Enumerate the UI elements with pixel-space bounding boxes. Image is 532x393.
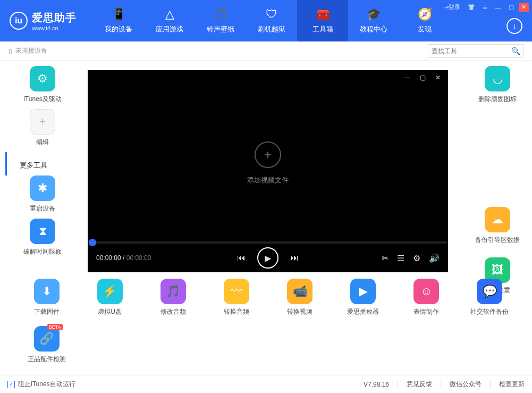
apps-icon: △ <box>165 7 174 21</box>
itunes-block-checkbox[interactable]: ✓ <box>7 381 15 388</box>
beta-badge: BETA <box>47 324 63 330</box>
nav-toolbox[interactable]: 🧰工具箱 <box>297 0 348 41</box>
tool-grid-item[interactable]: ▶爱思播放器 <box>347 279 379 316</box>
plus-icon: + <box>30 109 55 135</box>
tool-icon: 📹 <box>287 279 313 304</box>
tool-label: 爱思播放器 <box>347 307 379 316</box>
settings-button[interactable]: ☰ <box>480 3 491 12</box>
tool-itunes-driver[interactable]: ⚙ iTunes及驱动 <box>11 66 74 104</box>
phone-outline-icon: ▯ <box>9 47 12 55</box>
logo-icon: iu <box>10 12 28 30</box>
player-titlebar: — ▢ ✕ <box>88 70 448 85</box>
device-status: ▯ 未连接设备 <box>9 46 47 55</box>
cut-button[interactable]: ✂ <box>382 253 389 263</box>
tool-icon: 〰 <box>224 279 249 304</box>
check-update-link[interactable]: 检查更新 <box>499 380 525 389</box>
right-column: ◡ 删除顽固图标 ☁ 备份引导区数据 🖼 图片去重 <box>463 66 532 308</box>
tool-grid-item[interactable]: ☺表情制作 <box>413 279 439 316</box>
tool-icon: 🎵 <box>161 279 186 304</box>
gear-icon: ⚙ <box>30 66 55 91</box>
wechat-link[interactable]: 微信公众号 <box>450 380 482 389</box>
tool-icon: ⚡ <box>97 279 123 304</box>
tool-crack-timelimit[interactable]: ⧗ 破解时间限额 <box>11 219 74 256</box>
skin-button[interactable]: 👕 <box>465 3 478 12</box>
tool-backup-boot[interactable]: ☁ 备份引导区数据 <box>466 207 529 245</box>
logo[interactable]: iu 爱思助手 www.i4.cn <box>0 11 93 31</box>
player-body: + 添加视频文件 <box>88 85 448 241</box>
add-video-label: 添加视频文件 <box>247 175 289 185</box>
nav-apps[interactable]: △应用游戏 <box>144 0 195 41</box>
close-button[interactable]: ✕ <box>519 3 529 12</box>
tool-edit[interactable]: + 编辑 <box>11 109 74 147</box>
nav-my-device[interactable]: 📱我的设备 <box>93 0 144 41</box>
time-display: 00:00:00 / 00:00:00 <box>96 254 151 262</box>
main-nav: 📱我的设备 △应用游戏 🎵铃声壁纸 🛡刷机越狱 🧰工具箱 🎓教程中心 🧭发现 <box>93 0 450 41</box>
play-button[interactable]: ▶ <box>257 247 278 269</box>
feedback-link[interactable]: 意见反馈 <box>407 380 432 389</box>
nav-tutorials[interactable]: 🎓教程中心 <box>348 0 399 41</box>
delete-icon: ◡ <box>485 66 510 91</box>
logo-url: www.i4.cn <box>32 25 77 31</box>
tool-label: 表情制作 <box>413 307 439 316</box>
content: ⚙ iTunes及驱动 + 编辑 更多工具 ✱ 重启设备 ⧗ 破解时间限额 ◡ … <box>0 61 532 375</box>
prev-button[interactable]: ⏮ <box>237 253 246 263</box>
subbar: ▯ 未连接设备 🔍 <box>0 41 532 61</box>
tool-label: 下载固件 <box>34 307 60 316</box>
player-maximize[interactable]: ▢ <box>420 74 426 81</box>
tool-label: 正品配件检测 <box>28 355 66 364</box>
title-controls: ⇥ 登录 👕 ☰ — ▢ ✕ <box>441 2 529 12</box>
tool-label: 转换音频 <box>224 307 249 316</box>
tool-grid-item[interactable]: 📹转换视频 <box>287 279 313 316</box>
compass-icon: 🧭 <box>418 7 432 21</box>
shield-icon: 🛡 <box>266 7 277 21</box>
tool-grid: ⬇下载固件⚡虚拟U盘🎵修改音频〰转换音频📹转换视频▶爱思播放器☺表情制作💬社交软… <box>15 279 521 369</box>
search-input[interactable] <box>432 47 511 55</box>
volume-button[interactable]: 🔊 <box>429 253 440 263</box>
header: iu 爱思助手 www.i4.cn 📱我的设备 △应用游戏 🎵铃声壁纸 🛡刷机越… <box>0 0 532 41</box>
tool-label: 转换视频 <box>287 307 313 316</box>
backup-icon: ☁ <box>485 207 510 232</box>
version-label: V7.98.16 <box>364 381 389 388</box>
logo-title: 爱思助手 <box>32 11 77 25</box>
tool-icon: ⬇ <box>34 279 60 304</box>
tool-grid-item[interactable]: 🎵修改音频 <box>161 279 186 316</box>
restart-icon: ✱ <box>30 175 55 201</box>
maximize-button[interactable]: ▢ <box>506 3 517 12</box>
footer: ✓ 阻止iTunes自动运行 V7.98.16 意见反馈 微信公众号 检查更新 <box>0 375 532 393</box>
phone-icon: 📱 <box>112 7 126 21</box>
player-close[interactable]: ✕ <box>435 74 441 81</box>
tool-grid-item[interactable]: 💬社交软件备份 <box>470 279 509 316</box>
login-button[interactable]: ⇥ 登录 <box>441 2 463 12</box>
book-icon: 🎓 <box>367 7 381 21</box>
search-box[interactable]: 🔍 <box>428 44 523 58</box>
left-column: ⚙ iTunes及驱动 + 编辑 更多工具 ✱ 重启设备 ⧗ 破解时间限额 <box>0 61 85 262</box>
tool-icon: 💬 <box>477 279 502 304</box>
minimize-button[interactable]: — <box>493 3 504 12</box>
tool-restart-device[interactable]: ✱ 重启设备 <box>11 175 74 213</box>
nav-jailbreak[interactable]: 🛡刷机越狱 <box>246 0 297 41</box>
toolbox-icon: 🧰 <box>316 7 330 21</box>
download-button[interactable]: ↓ <box>506 18 522 34</box>
search-icon[interactable]: 🔍 <box>511 47 520 55</box>
section-more-tools: 更多工具 <box>5 152 85 175</box>
tool-icon: ☺ <box>413 279 439 304</box>
itunes-block-label: 阻止iTunes自动运行 <box>18 380 75 389</box>
tool-label: 修改音频 <box>161 307 186 316</box>
player-controls: 00:00:00 / 00:00:00 ⏮ ▶ ⏭ ✂ ☰ ⚙ 🔊 <box>88 244 448 272</box>
hourglass-icon: ⧗ <box>30 219 55 244</box>
add-video-button[interactable]: + <box>255 141 281 168</box>
tool-label: 社交软件备份 <box>470 307 509 316</box>
tool-delete-stubborn-icon[interactable]: ◡ 删除顽固图标 <box>466 66 529 104</box>
tool-label: 虚拟U盘 <box>98 307 122 316</box>
settings-button[interactable]: ⚙ <box>413 253 420 263</box>
tool-grid-item[interactable]: ⚡虚拟U盘 <box>97 279 123 316</box>
music-icon: 🎵 <box>214 7 228 21</box>
next-button[interactable]: ⏭ <box>290 253 299 263</box>
tool-grid-item[interactable]: ⬇下载固件 <box>34 279 60 316</box>
video-player: — ▢ ✕ + 添加视频文件 00:00:00 / 00:00:00 ⏮ ▶ ⏭… <box>88 70 448 272</box>
player-minimize[interactable]: — <box>404 74 410 81</box>
tool-grid-item[interactable]: 🔗BETA正品配件检测 <box>28 326 66 364</box>
playlist-button[interactable]: ☰ <box>397 253 404 263</box>
nav-ringtones[interactable]: 🎵铃声壁纸 <box>195 0 246 41</box>
tool-grid-item[interactable]: 〰转换音频 <box>224 279 249 316</box>
